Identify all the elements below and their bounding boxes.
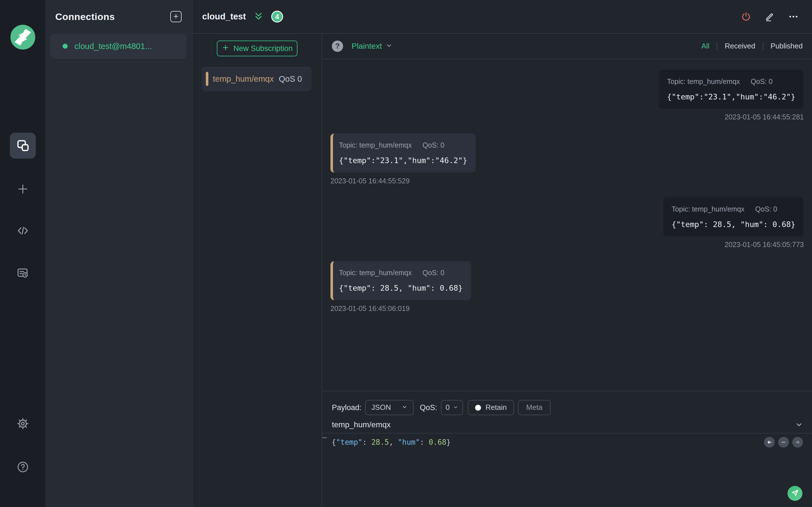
sidebar-item-connections[interactable]	[10, 133, 36, 159]
publish-options-row: Payload: JSON QoS: 0	[322, 400, 812, 415]
chevron-down-icon	[386, 42, 393, 50]
subscription-item[interactable]: temp_hum/emqx QoS 0	[202, 66, 312, 91]
message-bubble[interactable]: Topic: temp_hum/emqx QoS: 0 {"temp": 28.…	[331, 261, 471, 300]
minus-icon[interactable]	[778, 437, 789, 448]
connection-item[interactable]: cloud_test@m4801...	[50, 34, 186, 59]
retain-label: Retain	[486, 403, 507, 412]
message-topic: Topic: temp_hum/emqx	[339, 141, 412, 149]
message-panel: ? Plaintext All Received	[322, 34, 812, 507]
mqttx-app: Connections cloud_test@m4801... cloud_te…	[0, 0, 812, 507]
connections-title: Connections	[55, 11, 115, 22]
plus-icon	[172, 13, 179, 20]
settings-gear-icon	[16, 417, 30, 431]
filter-published[interactable]: Published	[763, 42, 803, 50]
plus-icon	[16, 182, 29, 195]
message-filters: All Received Published	[694, 42, 803, 50]
sidebar-item-log[interactable]	[15, 266, 30, 280]
retain-toggle[interactable]: Retain	[468, 400, 514, 415]
connections-header: Connections	[46, 0, 192, 33]
payload-format-selected: JSON	[371, 403, 391, 412]
message-payload: {"temp":"23.1","hum":"46.2"}	[667, 93, 795, 101]
message-payload: {"temp":"23.1","hum":"46.2"}	[339, 156, 467, 165]
message: Topic: temp_hum/emqx QoS: 0 {"temp":"23.…	[331, 133, 804, 185]
message-header: Topic: temp_hum/emqx QoS: 0	[672, 205, 795, 213]
message-toolbar: ? Plaintext All Received	[322, 34, 812, 59]
format-help-icon[interactable]: ?	[332, 41, 343, 52]
new-subscription-label: New Subscription	[234, 44, 293, 53]
payload-format-select[interactable]: JSON	[365, 400, 414, 415]
message-timestamp: 2023-01-05 16:45:05:773	[725, 240, 804, 249]
filter-all[interactable]: All	[694, 42, 717, 50]
prev-arrow-left-icon[interactable]	[764, 437, 775, 448]
qos-select[interactable]: 0	[441, 400, 463, 415]
message-qos: QoS: 0	[755, 205, 777, 213]
connections-icon	[15, 138, 30, 153]
message-header: Topic: temp_hum/emqx QoS: 0	[667, 77, 795, 86]
mqttx-logo	[10, 24, 36, 50]
message-payload: {"temp": 28.5, "hum": 0.68}	[339, 284, 463, 293]
qos-label: QoS:	[420, 403, 437, 412]
send-paper-plane-icon	[791, 489, 799, 498]
connection-label: cloud_test@m4801...	[74, 41, 152, 51]
message-bubble[interactable]: Topic: temp_hum/emqx QoS: 0 {"temp": 28.…	[663, 198, 804, 236]
meta-button[interactable]: Meta	[518, 400, 551, 415]
message-topic: Topic: temp_hum/emqx	[672, 205, 744, 213]
publish-payload-editor[interactable]: {"temp": 28.5, "hum": 0.68}	[322, 434, 812, 507]
subscriptions-panel: New Subscription temp_hum/emqx QoS 0	[193, 34, 322, 507]
icon-sidebar	[0, 0, 46, 507]
subscription-qos: QoS 0	[279, 74, 302, 84]
message-bubble[interactable]: Topic: temp_hum/emqx QoS: 0 {"temp":"23.…	[659, 70, 804, 109]
message-bubble[interactable]: Topic: temp_hum/emqx QoS: 0 {"temp":"23.…	[331, 133, 476, 172]
body-row: New Subscription temp_hum/emqx QoS 0 ? P…	[193, 34, 812, 507]
send-button[interactable]	[788, 486, 802, 501]
connection-header-bar: cloud_test 4	[193, 0, 812, 34]
chevron-down-icon	[453, 403, 458, 412]
log-icon	[16, 266, 30, 280]
add-connection-button[interactable]	[170, 11, 182, 22]
qos-selected: 0	[446, 403, 450, 412]
connection-status-dot	[63, 44, 68, 49]
code-icon	[16, 224, 30, 237]
payload-label: Payload:	[332, 403, 361, 412]
message-qos: QoS: 0	[751, 77, 772, 86]
chevron-down-icon	[402, 403, 407, 412]
message-timestamp: 2023-01-05 16:44:55:281	[725, 113, 804, 121]
more-ellipsis-icon[interactable]	[787, 10, 800, 23]
message-timestamp: 2023-01-05 16:44:55:529	[331, 177, 410, 185]
publish-topic-input[interactable]: temp_hum/emqx	[332, 420, 391, 430]
plus-icon	[221, 44, 230, 54]
message: Topic: temp_hum/emqx QoS: 0 {"temp": 28.…	[331, 261, 804, 313]
filter-received[interactable]: Received	[717, 42, 762, 50]
next-arrow-right-icon[interactable]	[792, 437, 803, 448]
disconnect-power-icon[interactable]	[740, 10, 752, 23]
connection-title: cloud_test	[202, 11, 246, 22]
message-topic: Topic: temp_hum/emqx	[667, 77, 740, 86]
collapse-editor-chevron-icon[interactable]	[795, 421, 803, 429]
sidebar-item-script[interactable]	[15, 223, 30, 238]
sidebar-item-settings[interactable]	[15, 416, 30, 431]
publish-payload-editor-line[interactable]: {"temp": 28.5, "hum": 0.68}	[332, 438, 812, 447]
editor-gutter-mark	[322, 437, 327, 438]
subscription-topic: temp_hum/emqx	[213, 74, 274, 84]
payload-format-dropdown[interactable]: Plaintext	[352, 41, 393, 51]
subscription-count-badge: 4	[271, 11, 283, 22]
message-nav-buttons	[764, 437, 803, 448]
new-subscription-button[interactable]: New Subscription	[217, 41, 297, 56]
edit-pencil-icon[interactable]	[763, 10, 776, 23]
retain-dot-icon	[475, 405, 481, 411]
message: Topic: temp_hum/emqx QoS: 0 {"temp":"23.…	[331, 70, 804, 121]
message: Topic: temp_hum/emqx QoS: 0 {"temp": 28.…	[331, 198, 804, 249]
chevron-double-down-icon[interactable]	[253, 11, 264, 22]
message-header: Topic: temp_hum/emqx QoS: 0	[339, 269, 463, 277]
message-qos: QoS: 0	[422, 141, 444, 149]
message-list: Topic: temp_hum/emqx QoS: 0 {"temp":"23.…	[322, 59, 812, 391]
publish-topic-row: temp_hum/emqx	[322, 416, 812, 434]
connections-panel: Connections cloud_test@m4801...	[46, 0, 193, 507]
sidebar-item-new-connection[interactable]	[15, 182, 30, 196]
meta-label: Meta	[526, 403, 543, 412]
message-payload: {"temp": 28.5, "hum": 0.68}	[672, 220, 795, 229]
publish-area: Payload: JSON QoS: 0	[322, 391, 812, 507]
sidebar-item-help[interactable]	[15, 460, 30, 474]
payload-format-value: Plaintext	[352, 41, 382, 51]
message-topic: Topic: temp_hum/emqx	[339, 269, 412, 277]
